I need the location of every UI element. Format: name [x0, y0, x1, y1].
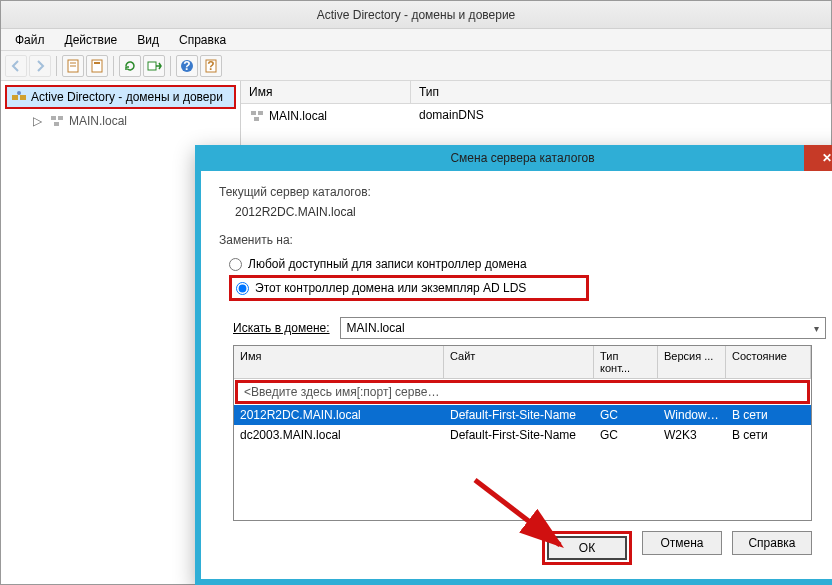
properties-icon [89, 58, 105, 74]
dc-cell-version [662, 384, 730, 400]
svg-rect-17 [258, 111, 263, 115]
dc-cell-state: В сети [726, 425, 811, 445]
refresh-icon [122, 58, 138, 74]
list-row[interactable]: MAIN.local domainDNS [241, 104, 831, 128]
dc-col-name[interactable]: Имя [234, 346, 444, 378]
list-col-type[interactable]: Тип [411, 81, 831, 103]
export-button[interactable] [143, 55, 165, 77]
dc-cell-version: W2K3 [658, 425, 726, 445]
svg-text:?: ? [183, 59, 190, 73]
radio-this-label: Этот контроллер домена или экземпляр AD … [255, 281, 526, 295]
current-server-value: 2012R2DC.MAIN.local [235, 205, 826, 219]
help2-icon: ? [203, 58, 219, 74]
list-header: Имя Тип [241, 81, 831, 104]
menubar[interactable]: Файл Действие Вид Справка [1, 29, 831, 51]
dialog-titlebar[interactable]: Смена сервера каталогов ✕ [195, 145, 832, 171]
dc-col-state[interactable]: Состояние [726, 346, 811, 378]
svg-rect-11 [20, 95, 26, 100]
radio-any[interactable] [229, 258, 242, 271]
svg-rect-18 [254, 117, 259, 121]
svg-point-12 [17, 91, 21, 95]
menu-view[interactable]: Вид [127, 31, 169, 49]
dc-cell-version: Windows... [658, 405, 726, 425]
refresh-button[interactable] [119, 55, 141, 77]
svg-rect-4 [94, 62, 100, 64]
svg-rect-14 [58, 116, 63, 120]
chevron-down-icon: ▾ [814, 323, 819, 334]
help2-button[interactable]: ? [200, 55, 222, 77]
ok-highlight: ОК [542, 531, 632, 565]
dc-cell-name: <Введите здесь имя[:порт] сервера кат... [238, 384, 448, 400]
list-row-name: MAIN.local [269, 109, 327, 123]
dc-cell-site: Default-First-Site-Name [444, 425, 594, 445]
forward-icon [32, 58, 48, 74]
back-button[interactable] [5, 55, 27, 77]
dc-row[interactable]: 2012R2DC.MAIN.localDefault-First-Site-Na… [234, 405, 811, 425]
menu-file[interactable]: Файл [5, 31, 55, 49]
cancel-button[interactable]: Отмена [642, 531, 722, 555]
svg-rect-5 [148, 62, 156, 70]
help-button[interactable]: ? [176, 55, 198, 77]
expand-icon[interactable]: ▷ [33, 114, 45, 128]
titlebar: Active Directory - домены и доверие [1, 1, 831, 29]
dc-list: Имя Сайт Тип конт... Версия ... Состояни… [233, 345, 812, 521]
dc-col-type[interactable]: Тип конт... [594, 346, 658, 378]
ok-button[interactable]: ОК [547, 536, 627, 560]
toolbar-sep3 [170, 56, 171, 76]
open-button[interactable] [62, 55, 84, 77]
dialog-body: Текущий сервер каталогов: 2012R2DC.MAIN.… [201, 171, 832, 579]
domain-icon [49, 113, 65, 129]
dialog-buttons: ОК Отмена Справка [219, 521, 826, 569]
list-col-name[interactable]: Имя [241, 81, 411, 103]
forward-button[interactable] [29, 55, 51, 77]
help-button[interactable]: Справка [732, 531, 812, 555]
dc-cell-site [448, 384, 598, 400]
menu-help[interactable]: Справка [169, 31, 236, 49]
dc-cell-type: GC [594, 405, 658, 425]
svg-rect-10 [12, 95, 18, 100]
toolbar-sep2 [113, 56, 114, 76]
tree-child[interactable]: ▷ MAIN.local [3, 111, 238, 131]
dc-col-version[interactable]: Версия ... [658, 346, 726, 378]
list-row-type: domainDNS [411, 106, 831, 126]
domain-combo[interactable]: MAIN.local ▾ [340, 317, 826, 339]
search-row: Искать в домене: MAIN.local ▾ [233, 317, 826, 339]
back-icon [8, 58, 24, 74]
dc-cell-type: GC [594, 425, 658, 445]
radio-this[interactable] [236, 282, 249, 295]
domain-combo-value: MAIN.local [347, 321, 405, 335]
ad-icon [11, 89, 27, 105]
radio-group: Любой доступный для записи контроллер до… [229, 253, 826, 305]
menu-action[interactable]: Действие [55, 31, 128, 49]
radio-any-row[interactable]: Любой доступный для записи контроллер до… [229, 257, 826, 271]
close-button[interactable]: ✕ [804, 145, 832, 171]
dc-cell-type [598, 384, 662, 400]
radio-any-label: Любой доступный для записи контроллер до… [248, 257, 527, 271]
domain-icon [249, 108, 265, 124]
change-server-dialog: Смена сервера каталогов ✕ Текущий сервер… [195, 145, 832, 585]
window-title: Active Directory - домены и доверие [317, 8, 516, 22]
dialog-title: Смена сервера каталогов [450, 151, 594, 165]
radio-this-row[interactable]: Этот контроллер домена или экземпляр AD … [229, 275, 826, 301]
svg-rect-13 [51, 116, 56, 120]
dc-cell-name: 2012R2DC.MAIN.local [234, 405, 444, 425]
dc-cell-site: Default-First-Site-Name [444, 405, 594, 425]
svg-rect-3 [92, 60, 102, 72]
search-label: Искать в домене: [233, 321, 330, 335]
dc-cell-name: dc2003.MAIN.local [234, 425, 444, 445]
dc-header: Имя Сайт Тип конт... Версия ... Состояни… [234, 346, 811, 379]
dc-cell-state: В сети [726, 405, 811, 425]
document-icon [65, 58, 81, 74]
dc-col-site[interactable]: Сайт [444, 346, 594, 378]
replace-label: Заменить на: [219, 233, 826, 247]
close-icon: ✕ [822, 151, 832, 165]
tree-child-label: MAIN.local [69, 114, 127, 128]
dc-row[interactable]: dc2003.MAIN.localDefault-First-Site-Name… [234, 425, 811, 445]
tree-root-label: Active Directory - домены и довери [31, 90, 223, 104]
svg-text:?: ? [207, 59, 214, 73]
export-icon [146, 58, 162, 74]
properties-button[interactable] [86, 55, 108, 77]
dc-row[interactable]: <Введите здесь имя[:порт] сервера кат... [235, 380, 810, 404]
toolbar: ? ? [1, 51, 831, 81]
tree-root[interactable]: Active Directory - домены и довери [5, 85, 236, 109]
